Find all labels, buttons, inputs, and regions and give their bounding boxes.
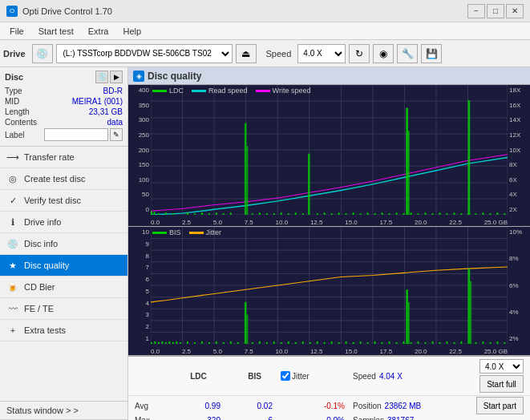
disc-mid-label: MID (5, 97, 19, 106)
svg-rect-123 (302, 341, 304, 344)
disc-section-label: Disc (5, 72, 23, 82)
speed-mode-select[interactable]: 4.0 X (479, 359, 524, 374)
extra-tests-icon: + (6, 324, 19, 337)
menu-start-test[interactable]: Start test (32, 25, 80, 38)
sidebar-item-label: CD Bier (24, 282, 55, 292)
disc-icon2[interactable]: ▶ (110, 71, 123, 83)
samples-value: 381767 (387, 416, 414, 420)
bottom-chart-svg (151, 227, 508, 344)
sidebar-item-extra-tests[interactable]: + Extra tests (0, 320, 127, 341)
y-label: 10 (128, 228, 151, 236)
svg-rect-152 (490, 342, 492, 344)
top-chart-svg (151, 85, 508, 215)
svg-rect-134 (382, 342, 383, 344)
write-speed-legend-label: Write speed (273, 87, 311, 95)
sidebar-item-label: FE / TE (24, 304, 54, 313)
y-label: 100 (128, 176, 151, 184)
y-label-right: 18X (508, 87, 520, 94)
svg-rect-49 (353, 212, 354, 215)
y-label-right: 12X (508, 131, 520, 139)
svg-rect-72 (504, 213, 506, 215)
sidebar-item-drive-info[interactable]: ℹ Drive info (0, 212, 127, 233)
refresh-button[interactable]: ↻ (349, 44, 370, 63)
svg-rect-135 (389, 341, 390, 344)
position-label: Position (353, 402, 382, 410)
disc-contents-value: data (107, 118, 123, 127)
drive-select[interactable]: (L:) TSSTcorp BDDVDW SE-506CB TS02 (56, 44, 233, 63)
disc-label-button[interactable]: ✎ (110, 128, 123, 141)
charts-container: 400 350 300 250 200 150 100 50 0 18X 16X… (128, 85, 530, 420)
disc-icon1[interactable]: 💿 (95, 71, 108, 83)
start-part-button[interactable]: Start part (476, 397, 524, 414)
max-ldc: 320 (168, 416, 229, 420)
svg-rect-35 (230, 212, 232, 215)
avg-bis: 0.02 (229, 402, 281, 410)
drive-icon-btn[interactable]: 💿 (32, 44, 53, 63)
menu-file[interactable]: File (3, 25, 30, 38)
write-speed-legend-color (256, 90, 270, 92)
maximize-button[interactable]: □ (487, 4, 504, 18)
svg-rect-69 (483, 212, 484, 215)
minimize-button[interactable]: − (467, 4, 485, 18)
svg-rect-112 (230, 341, 232, 344)
y-label: 150 (128, 161, 151, 168)
svg-rect-31 (201, 212, 203, 215)
svg-rect-110 (216, 341, 217, 344)
sidebar-item-verify-test-disc[interactable]: ✓ Verify test disc (0, 190, 127, 212)
verify-test-disc-icon: ✓ (6, 194, 19, 207)
settings-button1[interactable]: ◉ (373, 44, 394, 63)
svg-rect-151 (483, 341, 484, 344)
x-label: 0.0 (151, 348, 160, 355)
x-label: 15.0 (345, 219, 358, 226)
svg-rect-47 (338, 212, 340, 215)
svg-rect-106 (187, 341, 188, 344)
y-label: 50 (128, 191, 151, 198)
svg-rect-149 (470, 281, 471, 344)
x-label: 5.0 (213, 219, 222, 226)
max-label: Max (135, 416, 168, 420)
sidebar-item-create-test-disc[interactable]: ◎ Create test disc (0, 168, 127, 190)
x-label: 22.5 (449, 219, 462, 226)
sidebar-item-transfer-rate[interactable]: ⟶ Transfer rate (0, 147, 127, 168)
eject-button[interactable]: ⏏ (236, 44, 257, 63)
svg-rect-55 (396, 212, 398, 215)
x-label: 25.0 GB (484, 219, 508, 226)
svg-rect-61 (406, 108, 408, 215)
svg-rect-150 (475, 342, 477, 344)
menu-help[interactable]: Help (116, 25, 148, 38)
close-button[interactable]: ✕ (506, 4, 524, 18)
sidebar-item-disc-quality[interactable]: ★ Disc quality (0, 255, 127, 277)
disc-label-input[interactable] (44, 128, 108, 141)
sidebar-item-disc-info[interactable]: 💿 Disc info (0, 233, 127, 255)
status-window-button[interactable]: Status window > > (0, 401, 127, 420)
svg-rect-117 (259, 341, 261, 344)
drive-info-icon: ℹ (6, 216, 19, 228)
save-button[interactable]: 💾 (421, 44, 442, 63)
menu-extra[interactable]: Extra (82, 25, 115, 38)
y-label-right: 6% (508, 282, 519, 289)
status-window-label: Status window > > (6, 406, 79, 415)
y-label: 3 (128, 311, 151, 318)
svg-rect-128 (338, 342, 340, 344)
speed-select[interactable]: 4.0 X (297, 44, 346, 63)
svg-rect-138 (406, 289, 408, 344)
y-label-right: 14X (508, 116, 520, 123)
svg-rect-25 (308, 154, 310, 215)
sidebar-item-fe-te[interactable]: 〰 FE / TE (0, 298, 127, 320)
sidebar-item-label: Extra tests (24, 325, 66, 335)
sidebar-item-cd-bier[interactable]: 🍺 CD Bier (0, 277, 127, 298)
x-label: 12.5 (310, 219, 323, 226)
sidebar-item-label: Disc quality (24, 260, 69, 270)
jitter-column-header: Jitter (292, 372, 310, 381)
start-full-button[interactable]: Start full (479, 375, 524, 393)
svg-rect-111 (223, 342, 225, 344)
jitter-checkbox[interactable] (281, 371, 290, 381)
settings-button2[interactable]: 🔧 (397, 44, 418, 63)
svg-rect-59 (425, 212, 427, 215)
disc-type-value: BD-R (103, 87, 123, 95)
main-layout: Disc 💿 ▶ Type BD-R MID MEIRA1 (001) Leng… (0, 67, 530, 420)
y-label-right: 10% (508, 228, 522, 236)
read-speed-legend-color (192, 90, 206, 92)
svg-rect-153 (497, 341, 499, 344)
svg-rect-113 (237, 342, 239, 344)
